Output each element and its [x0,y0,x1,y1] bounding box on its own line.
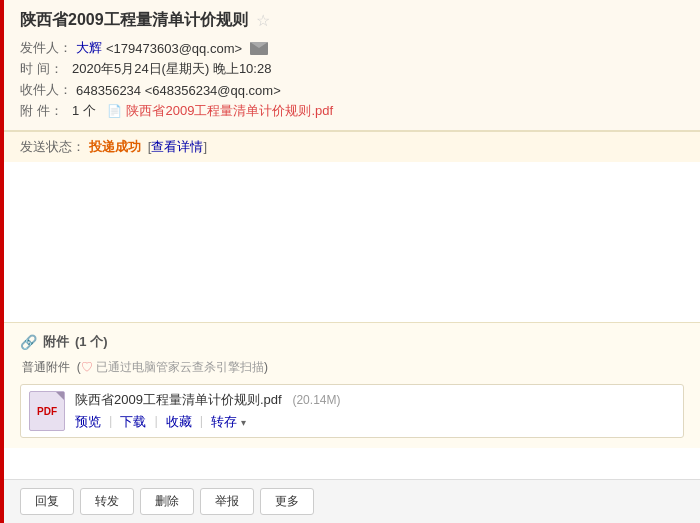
attach-file-link[interactable]: 陕西省2009工程量清单计价规则.pdf [126,102,333,120]
from-label: 发件人： [20,39,72,57]
title-row: 陕西省2009工程量清单计价规则 ☆ [20,10,684,31]
heart-icon: ♡ [81,360,93,374]
time-row: 时 间： 2020年5月24日(星期天) 晚上10:28 [20,60,684,78]
download-link[interactable]: 下载 [120,413,146,431]
time-label: 时 间： [20,60,68,78]
attach-label: 附 件： [20,102,68,120]
mail-icon[interactable] [250,42,268,55]
delete-button[interactable]: 删除 [140,488,194,515]
collect-link[interactable]: 收藏 [166,413,192,431]
attach-filename: 陕西省2009工程量清单计价规则.pdf [75,392,282,407]
to-value: 648356234 <648356234@qq.com> [76,83,281,98]
transfer-dropdown-arrow: ▾ [241,417,246,428]
preview-link[interactable]: 预览 [75,413,101,431]
attachment-sub-label: 普通附件 (♡ 已通过电脑管家云查杀引擎扫描) [22,359,684,376]
more-button[interactable]: 更多 [260,488,314,515]
attachment-title: 附件 [43,333,69,351]
scan-text: 已通过电脑管家云查杀引擎扫描 [96,360,264,374]
email-meta: 发件人： 大辉 <179473603@qq.com> 时 间： 2020年5月2… [20,39,684,120]
attachment-item: PDF 陕西省2009工程量清单计价规则.pdf (20.14M) 预览 | 下… [20,384,684,438]
attachment-section: 🔗 附件 (1 个) 普通附件 (♡ 已通过电脑管家云查杀引擎扫描) PDF 陕… [0,322,700,448]
sender-name-link[interactable]: 大辉 [76,39,102,57]
pdf-small-icon: 📄 [107,104,122,118]
attachment-count: (1 个) [75,333,108,351]
from-row: 发件人： 大辉 <179473603@qq.com> [20,39,684,57]
forward-button[interactable]: 转发 [80,488,134,515]
email-body [0,162,700,322]
attach-size: (20.14M) [292,393,340,407]
to-row: 收件人： 648356234 <648356234@qq.com> [20,81,684,99]
to-label: 收件人： [20,81,72,99]
time-value: 2020年5月24日(星期天) 晚上10:28 [72,60,271,78]
reply-button[interactable]: 回复 [20,488,74,515]
attachment-info: 陕西省2009工程量清单计价规则.pdf (20.14M) 预览 | 下载 | … [75,391,340,431]
pdf-file-icon: PDF [29,391,65,431]
email-subject: 陕西省2009工程量清单计价规则 [20,10,248,31]
bottom-toolbar: 回复 转发 删除 举报 更多 [0,479,700,523]
star-icon[interactable]: ☆ [256,11,270,30]
attach-count: 1 个 [72,102,96,120]
paperclip-icon: 🔗 [20,334,37,350]
email-view: 陕西省2009工程量清单计价规则 ☆ 发件人： 大辉 <179473603@qq… [0,0,700,523]
attachment-header: 🔗 附件 (1 个) [20,333,684,351]
attach-filename-row: 陕西省2009工程量清单计价规则.pdf (20.14M) [75,391,340,409]
send-detail-link[interactable]: 查看详情 [151,139,203,154]
attach-actions: 预览 | 下载 | 收藏 | 转存 ▾ [75,413,340,431]
send-status-bar: 发送状态： 投递成功 [查看详情] [0,131,700,162]
sender-email: <179473603@qq.com> [106,41,242,56]
send-status-value: 投递成功 [89,139,141,154]
send-status-label: 发送状态： [20,139,85,154]
email-header: 陕西省2009工程量清单计价规则 ☆ 发件人： 大辉 <179473603@qq… [0,0,700,131]
report-button[interactable]: 举报 [200,488,254,515]
transfer-link[interactable]: 转存 ▾ [211,413,246,431]
attach-row: 附 件： 1 个 📄 陕西省2009工程量清单计价规则.pdf [20,102,684,120]
